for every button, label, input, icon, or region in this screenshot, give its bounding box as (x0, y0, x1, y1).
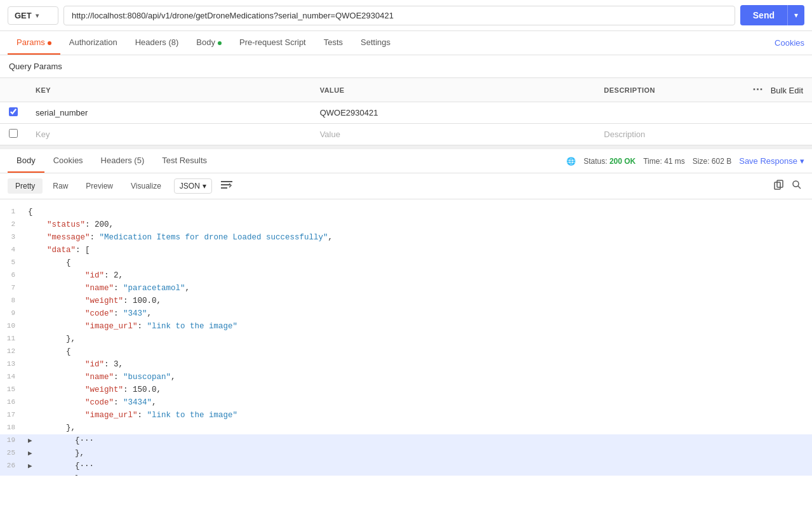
json-line: 3 "message": "Medication Items for drone… (0, 231, 812, 244)
line-number: 15 (0, 384, 25, 396)
json-body[interactable]: 1{2 "status": 200,3 "message": "Medicati… (0, 199, 812, 476)
line-number: 19 (0, 434, 25, 447)
json-line: 26▶ {··· (0, 460, 812, 472)
col-key: KEY (27, 78, 311, 102)
save-response-chevron: ▾ (800, 156, 804, 166)
status-label: Status: 200 OK (583, 157, 636, 166)
response-tab-body[interactable]: Body (8, 149, 44, 173)
json-line: 19▶ {··· (0, 434, 812, 447)
svg-rect-0 (221, 181, 232, 182)
size-value: 602 B (712, 157, 731, 166)
line-content: "weight": 100.0, (25, 295, 812, 307)
send-btn-group: Send ▾ (740, 5, 804, 25)
svg-rect-1 (221, 184, 230, 185)
request-tabs: Params Authorization Headers (8) Body Pr… (0, 31, 812, 55)
json-line: 5 { (0, 257, 812, 269)
response-tab-test-results[interactable]: Test Results (153, 149, 216, 173)
empty-description[interactable]: Description (595, 124, 736, 145)
time-label: Time: 41 ms (643, 157, 685, 166)
json-line: 6 "id": 2, (0, 269, 812, 282)
json-chevron: ▾ (203, 182, 206, 190)
response-tab-headers[interactable]: Headers (5) (92, 149, 154, 173)
empty-checkbox[interactable] (9, 129, 18, 138)
copy-icon (774, 180, 784, 190)
params-table: KEY VALUE DESCRIPTION ··· Bulk Edit seri… (0, 78, 812, 145)
line-number: 12 (0, 345, 25, 358)
line-number: 7 (0, 282, 25, 295)
method-select[interactable]: GET ▾ (8, 6, 58, 25)
format-tab-preview[interactable]: Preview (78, 178, 121, 194)
empty-value[interactable]: Value (311, 124, 596, 145)
json-line: 2 "status": 200, (0, 218, 812, 231)
json-line: 18 }, (0, 422, 812, 434)
line-content: "id": 3, (25, 358, 812, 371)
row-value[interactable]: QWOE2930421 (311, 102, 596, 124)
format-tab-pretty[interactable]: Pretty (8, 178, 43, 194)
url-input[interactable] (63, 6, 735, 25)
line-number: 5 (0, 257, 25, 269)
expand-arrow[interactable]: ▶ (28, 474, 37, 476)
expand-arrow[interactable]: ▶ (28, 448, 37, 460)
method-chevron: ▾ (36, 12, 39, 19)
tab-authorization[interactable]: Authorization (60, 31, 126, 55)
bulk-edit-button[interactable]: Bulk Edit (771, 86, 803, 95)
row-description[interactable] (595, 102, 736, 124)
expand-arrow[interactable]: ▶ (28, 436, 37, 447)
line-content: "code": "343", (25, 307, 812, 320)
search-icon (792, 180, 802, 190)
svg-point-5 (793, 181, 799, 187)
row-checkbox[interactable] (9, 107, 18, 116)
json-line: 12 { (0, 345, 812, 358)
cookies-link[interactable]: Cookies (775, 38, 804, 48)
line-number: 26 (0, 460, 25, 472)
row-actions (736, 102, 812, 124)
json-line: 16 "code": "3434", (0, 396, 812, 409)
format-tab-visualize[interactable]: Visualize (123, 178, 169, 194)
col-checkbox (0, 78, 27, 102)
size-label: Size: 602 B (693, 157, 731, 166)
tab-tests[interactable]: Tests (315, 31, 352, 55)
tab-settings[interactable]: Settings (352, 31, 399, 55)
globe-icon: 🌐 (566, 157, 576, 166)
tab-body[interactable]: Body (187, 31, 230, 55)
empty-key[interactable]: Key (27, 124, 311, 145)
format-tab-raw[interactable]: Raw (45, 178, 76, 194)
status-code: 200 OK (609, 157, 636, 166)
line-content: ▶ } (25, 472, 812, 476)
line-content: "data": [ (25, 244, 812, 257)
line-content: }, (25, 333, 812, 345)
line-number: 25 (0, 447, 25, 460)
json-line: 7 "name": "paracetamol", (0, 282, 812, 295)
json-line: 32▶ } (0, 472, 812, 476)
json-line: 14 "name": "buscopan", (0, 371, 812, 384)
tab-params[interactable]: Params (8, 31, 60, 55)
tab-prerequest[interactable]: Pre-request Script (230, 31, 315, 55)
json-line: 9 "code": "343", (0, 307, 812, 320)
table-row: serial_number QWOE2930421 (0, 102, 812, 124)
line-content: "name": "buscopan", (25, 371, 812, 384)
line-number: 6 (0, 269, 25, 282)
line-number: 18 (0, 422, 25, 434)
row-key[interactable]: serial_number (27, 102, 311, 124)
wrap-lines-button[interactable] (218, 178, 235, 194)
line-content: "message": "Medication Items for drone L… (25, 231, 812, 244)
line-content: { (25, 206, 812, 218)
json-line: 17 "image_url": "link to the image" (0, 409, 812, 422)
response-tab-cookies[interactable]: Cookies (44, 149, 92, 173)
more-icon[interactable]: ··· (753, 83, 764, 96)
copy-button[interactable] (771, 177, 787, 195)
line-number: 2 (0, 218, 25, 231)
expand-arrow[interactable]: ▶ (28, 461, 37, 472)
line-content: "name": "paracetamol", (25, 282, 812, 295)
save-response-button[interactable]: Save Response ▾ (739, 156, 804, 166)
tab-headers[interactable]: Headers (8) (126, 31, 188, 55)
send-arrow-button[interactable]: ▾ (787, 5, 804, 25)
send-button[interactable]: Send (740, 5, 787, 25)
line-number: 9 (0, 307, 25, 320)
json-format-select[interactable]: JSON ▾ (174, 178, 212, 194)
line-number: 14 (0, 371, 25, 384)
top-bar: GET ▾ Send ▾ (0, 0, 812, 31)
json-line: 15 "weight": 150.0, (0, 384, 812, 396)
json-line: 13 "id": 3, (0, 358, 812, 371)
search-button[interactable] (789, 177, 804, 195)
